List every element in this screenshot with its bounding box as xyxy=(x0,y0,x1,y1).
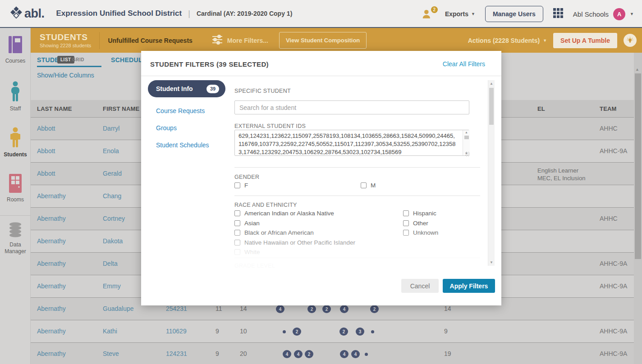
manage-users-button[interactable]: Manage Users xyxy=(485,6,543,22)
checkbox-icon[interactable] xyxy=(403,210,409,216)
checkbox-label: Unknown xyxy=(413,229,438,236)
race-checkbox-white[interactable]: White xyxy=(234,247,355,257)
nav-item-groups[interactable]: Groups xyxy=(156,124,229,132)
cell-last-name[interactable]: Abernathy xyxy=(37,350,66,357)
table-row[interactable]: AbernathySteve12423192019AHHC-9A44244 xyxy=(31,343,634,364)
cell-grade: 9 xyxy=(216,328,219,335)
cell-last-name[interactable]: Abbott xyxy=(37,170,55,177)
checkbox-icon[interactable] xyxy=(234,210,240,216)
checkbox-icon[interactable] xyxy=(234,182,240,188)
cell-last-name[interactable]: Abbott xyxy=(37,147,55,155)
top-header: abl. Expression Unified School District … xyxy=(0,0,642,28)
gender-checkbox-m[interactable]: M xyxy=(361,181,376,191)
sidebar-item-data-manager[interactable]: Data Manager xyxy=(0,222,31,255)
cell-first-name[interactable]: Delta xyxy=(103,260,118,267)
apply-filters-button[interactable]: Apply Filters xyxy=(443,279,495,293)
scroll-up-arrow-icon[interactable]: ▲ xyxy=(465,131,468,134)
sliders-filter-icon xyxy=(211,35,223,46)
scrollbar-thumb[interactable] xyxy=(635,73,641,259)
grid-view-toggle[interactable]: GRID xyxy=(72,57,84,62)
set-up-tumble-button[interactable]: Set Up A Tumble xyxy=(553,33,617,48)
show-hide-columns-link[interactable]: Show/Hide Columns xyxy=(37,72,94,79)
scroll-down-arrow-icon[interactable]: ▼ xyxy=(490,260,493,264)
cell-first-name[interactable]: Steve xyxy=(103,350,119,357)
cell-last-name[interactable]: Abernathy xyxy=(37,260,66,267)
cancel-button[interactable]: Cancel xyxy=(401,279,439,293)
col-header-el[interactable]: EL xyxy=(537,105,545,112)
apps-grid-icon[interactable] xyxy=(553,8,563,20)
scrollbar-thumb[interactable] xyxy=(489,88,494,125)
sidebar-item-students[interactable]: Students xyxy=(0,127,31,158)
account-menu[interactable]: Abl Schools A ▼ xyxy=(573,8,634,20)
cell-last-name[interactable]: Abernathy xyxy=(37,237,66,245)
table-row[interactable]: AbernathyKathi1106299109AHHC-9A223 xyxy=(31,320,634,343)
cell-student-id[interactable]: 110629 xyxy=(166,328,187,335)
cell-last-name[interactable]: Abernathy xyxy=(37,305,66,312)
race-checkbox-black-or-african-american[interactable]: Black or African American xyxy=(234,228,355,238)
scroll-up-arrow-icon[interactable]: ▲ xyxy=(490,82,493,86)
nav-item-student-info[interactable]: Student Info 39 xyxy=(148,80,225,97)
modal-scrollbar[interactable]: ▲ ▼ xyxy=(488,80,495,266)
cell-last-name[interactable]: Abernathy xyxy=(37,282,66,290)
exports-label: Exports xyxy=(445,10,468,18)
exports-menu[interactable]: Exports ▼ xyxy=(445,10,475,18)
students-toolbar: STUDENTS Showing 2228 students Unfulfill… xyxy=(31,28,642,53)
race-checkbox-american-indian-or-alaska-native[interactable]: American Indian or Alaska Native xyxy=(234,209,355,218)
page-scrollbar[interactable]: ▲ xyxy=(634,53,642,364)
more-filters-button[interactable]: More Filters... xyxy=(211,35,268,46)
cell-first-name[interactable]: Kathi xyxy=(103,328,117,335)
col-header-team[interactable]: TEAM xyxy=(600,105,617,112)
col-header-last-name[interactable]: LAST NAME xyxy=(37,105,72,112)
checkbox-icon[interactable] xyxy=(403,230,409,236)
race-checkbox-hispanic[interactable]: Hispanic xyxy=(403,209,438,218)
sidebar-item-staff[interactable]: Staff xyxy=(0,81,31,112)
sidebar-item-courses[interactable]: Courses xyxy=(0,35,31,64)
cell-first-name[interactable]: Cortney xyxy=(103,215,125,222)
hint-lightbulb-icon[interactable] xyxy=(624,34,637,47)
gender-checkbox-f[interactable]: F xyxy=(234,181,248,191)
checkbox-icon[interactable] xyxy=(234,240,240,246)
race-checkbox-asian[interactable]: Asian xyxy=(234,218,355,228)
unfulfilled-course-requests-filter[interactable]: Unfulfilled Course Requests xyxy=(108,37,192,44)
view-student-composition-button[interactable]: View Student Composition xyxy=(279,32,367,49)
clear-all-filters-link[interactable]: Clear All Filters xyxy=(443,60,485,68)
cell-last-name[interactable]: Abernathy xyxy=(37,328,66,335)
checkbox-icon[interactable] xyxy=(234,220,240,226)
cell-first-name[interactable]: Gerald xyxy=(103,170,122,177)
race-ethnicity-label: RACE AND ETHNICITY xyxy=(234,202,297,208)
scrollbar-thumb[interactable] xyxy=(464,136,469,139)
textarea-resize-handle[interactable] xyxy=(465,152,470,156)
users-status-icon[interactable]: 2 xyxy=(422,8,435,20)
brand[interactable]: abl. xyxy=(10,6,45,21)
chevron-down-icon: ▼ xyxy=(471,12,475,16)
external-ids-textarea[interactable]: 629,124231,123622,115097,25578193,108134… xyxy=(234,130,469,156)
sidebar-item-label: Courses xyxy=(0,58,31,64)
actions-menu[interactable]: Actions (2228 Students) ▼ xyxy=(468,37,547,44)
race-checkbox-unknown[interactable]: Unknown xyxy=(403,228,438,238)
filter-panel: SPECIFIC STUDENT EXTERNAL STUDENT IDS 62… xyxy=(234,80,488,272)
checkbox-icon[interactable] xyxy=(234,230,240,236)
checkbox-icon[interactable] xyxy=(361,182,367,188)
checkbox-icon[interactable] xyxy=(234,249,240,255)
cell-first-name[interactable]: Chang xyxy=(103,192,121,200)
cell-last-name[interactable]: Abbott xyxy=(37,125,55,132)
cell-student-id[interactable]: 124231 xyxy=(166,350,187,357)
col-header-first-name[interactable]: FIRST NAME xyxy=(103,105,139,112)
cell-last-name[interactable]: Abernathy xyxy=(37,215,66,222)
cell-first-name[interactable]: Dakota xyxy=(103,237,123,245)
cell-first-name[interactable]: Enola xyxy=(103,147,119,155)
request-count-badge: 3 xyxy=(356,328,364,336)
race-checkbox-native-hawaiian-or-other-pacific-islander[interactable]: Native Hawaiian or Other Pacific Islande… xyxy=(234,238,355,248)
cell-first-name[interactable]: Guadalupe xyxy=(103,305,134,312)
cell-first-name[interactable]: Emmy xyxy=(103,282,121,290)
student-search-input[interactable] xyxy=(234,100,469,114)
cell-first-name[interactable]: Darryl xyxy=(103,125,119,132)
race-checkbox-other[interactable]: Other xyxy=(403,218,438,228)
checkbox-icon[interactable] xyxy=(403,220,409,226)
nav-item-course-requests[interactable]: Course Requests xyxy=(156,107,229,114)
sidebar-item-rooms[interactable]: Rooms xyxy=(0,173,31,203)
cell-student-id[interactable]: 254231 xyxy=(166,305,187,312)
scroll-up-arrow-icon[interactable]: ▲ xyxy=(635,67,639,72)
nav-item-student-schedules[interactable]: Student Schedules xyxy=(156,141,229,149)
cell-last-name[interactable]: Abernathy xyxy=(37,192,66,200)
